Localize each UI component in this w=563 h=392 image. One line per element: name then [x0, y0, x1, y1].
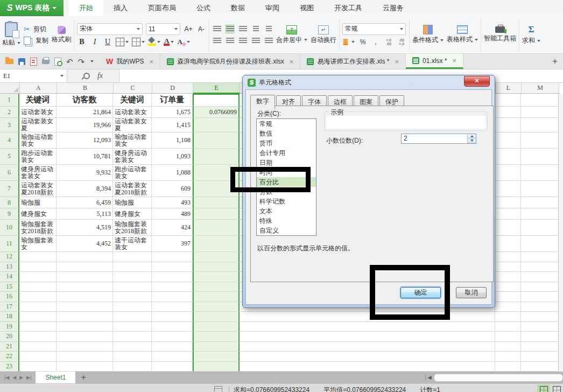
category-item-4[interactable]: 日期 — [257, 158, 316, 167]
search-icon[interactable] — [83, 73, 90, 79]
next-sheet-icon[interactable]: ▶ — [19, 375, 23, 380]
category-item-3[interactable]: 会计专用 — [257, 148, 316, 158]
cell-B15[interactable] — [57, 282, 113, 292]
cell-A10[interactable]: 瑜伽服套装女2018新款 — [19, 220, 57, 236]
cell-B14[interactable] — [57, 272, 113, 282]
cell-E19[interactable] — [193, 322, 240, 332]
column-header-L[interactable]: L — [496, 83, 522, 94]
add-sheet-button[interactable]: + — [75, 373, 91, 382]
cell-L7[interactable] — [495, 181, 521, 197]
row-header-22[interactable]: 22 — [0, 352, 19, 362]
row-header-17[interactable]: 17 — [0, 302, 19, 312]
cell-B16[interactable] — [57, 292, 113, 302]
name-box[interactable]: E1 — [0, 69, 67, 82]
cell-L10[interactable] — [495, 220, 521, 236]
cell-E11[interactable] — [193, 236, 240, 252]
cell-L12[interactable] — [495, 252, 521, 262]
cell-L3[interactable] — [495, 118, 521, 132]
cell-D9[interactable]: 489 — [152, 208, 193, 220]
conditional-format-button[interactable]: 条件格式 — [412, 25, 444, 45]
cell-C15[interactable] — [113, 282, 152, 292]
font-color-button[interactable]: A — [164, 37, 174, 47]
fill-color-button[interactable] — [148, 37, 160, 47]
cell-B7[interactable]: 8,394 — [57, 181, 113, 197]
cell-F22[interactable] — [240, 352, 495, 362]
row-header-19[interactable]: 19 — [0, 322, 19, 332]
cell-A11[interactable]: 瑜伽服套装女 — [19, 236, 57, 252]
menu-tab-8[interactable]: 云服务 — [372, 0, 414, 16]
cell-B21[interactable] — [57, 342, 113, 352]
cell-A22[interactable] — [19, 352, 57, 362]
row-header-2[interactable]: 2 — [0, 107, 19, 118]
wps-logo[interactable]: S WPS 表格 — [0, 0, 64, 16]
smart-toolbox-button[interactable]: 智能工具箱 — [484, 17, 516, 52]
fx-icon[interactable]: fx — [97, 72, 103, 80]
category-item-1[interactable]: 数值 — [257, 129, 316, 138]
cell-C9[interactable]: 健身服女 — [113, 208, 152, 220]
align-bottom-button[interactable] — [238, 24, 248, 34]
cell-C4[interactable]: 瑜伽运动套装女 — [113, 132, 152, 149]
cell-E10[interactable] — [193, 220, 240, 236]
document-tab-0[interactable]: W我的WPS× — [100, 54, 160, 69]
cell-B2[interactable]: 21,864 — [57, 107, 113, 118]
cell-D1[interactable]: 订单量 — [152, 94, 193, 107]
save-icon[interactable] — [18, 58, 25, 65]
menu-tab-2[interactable]: 页面布局 — [138, 0, 186, 16]
cell-M11[interactable] — [521, 236, 559, 252]
cell-B17[interactable] — [57, 302, 113, 312]
cell-C23[interactable] — [113, 362, 152, 372]
row-header-6[interactable]: 6 — [0, 165, 19, 181]
cell-A8[interactable]: 瑜伽服 — [19, 197, 57, 208]
cell-A23[interactable] — [19, 362, 57, 372]
cell-E23[interactable] — [193, 362, 240, 372]
cell-M1[interactable] — [521, 94, 559, 107]
cell-A4[interactable]: 瑜伽运动套装女 — [19, 132, 57, 149]
cell-D4[interactable]: 1,108 — [152, 132, 193, 149]
cell-D12[interactable] — [152, 252, 193, 262]
align-middle-button[interactable] — [225, 24, 235, 34]
cell-C3[interactable]: 运动套装女夏 — [113, 118, 152, 132]
cell-B22[interactable] — [57, 352, 113, 362]
cell-M23[interactable] — [521, 362, 559, 372]
cell-L9[interactable] — [495, 208, 521, 220]
cell-E9[interactable] — [193, 208, 240, 220]
row-header-9[interactable]: 9 — [0, 208, 19, 220]
sheet-tab-sheet1[interactable]: Sheet1 — [36, 372, 75, 383]
cell-C20[interactable] — [113, 332, 152, 342]
row-header-18[interactable]: 18 — [0, 312, 19, 322]
font-name-select[interactable]: 宋体 — [77, 23, 143, 35]
cell-B20[interactable] — [57, 332, 113, 342]
document-tab-1[interactable]: 森湃电商学院6月份排课及排班表.xlsx× — [160, 54, 300, 69]
cell-F23[interactable] — [240, 362, 495, 372]
cell-M7[interactable] — [521, 181, 559, 197]
cell-L6[interactable] — [495, 165, 521, 181]
cell-L5[interactable] — [495, 149, 521, 165]
cell-D3[interactable]: 1,415 — [152, 118, 193, 132]
cell-B1[interactable]: 访客数 — [57, 94, 113, 107]
cell-M17[interactable] — [521, 302, 559, 312]
cell-C2[interactable]: 运动套装女 — [113, 107, 152, 118]
cell-C17[interactable] — [113, 302, 152, 312]
cell-M10[interactable] — [521, 220, 559, 236]
page-layout-view-button[interactable] — [550, 384, 563, 392]
bold-button[interactable]: B — [77, 37, 87, 47]
copy-button[interactable]: 复制 — [24, 36, 48, 45]
tab-close-icon[interactable]: × — [395, 58, 399, 66]
cell-C16[interactable] — [113, 292, 152, 302]
cell-E12[interactable] — [193, 252, 240, 262]
tab-close-icon[interactable]: × — [150, 58, 154, 66]
cell-A7[interactable]: 运动套装女夏2018新款 — [19, 181, 57, 197]
vertical-scrollbar[interactable] — [558, 94, 563, 372]
cut-button[interactable]: ✂ 剪切 — [24, 25, 48, 34]
cell-C5[interactable]: 健身房运动套装女 — [113, 149, 152, 165]
comma-button[interactable]: , — [371, 37, 381, 47]
cell-C7[interactable]: 运动套装女夏2018新款 — [113, 181, 152, 197]
cell-L8[interactable] — [495, 197, 521, 208]
cell-M20[interactable] — [521, 332, 559, 342]
cell-C10[interactable]: 瑜伽服套装女2018新款 — [113, 220, 152, 236]
cell-B5[interactable]: 10,781 — [57, 149, 113, 165]
cell-A9[interactable]: 健身服女 — [19, 208, 57, 220]
cell-A3[interactable]: 运动套装女夏 — [19, 118, 57, 132]
cell-M8[interactable] — [521, 197, 559, 208]
redo-icon[interactable]: ↷ — [78, 58, 85, 66]
